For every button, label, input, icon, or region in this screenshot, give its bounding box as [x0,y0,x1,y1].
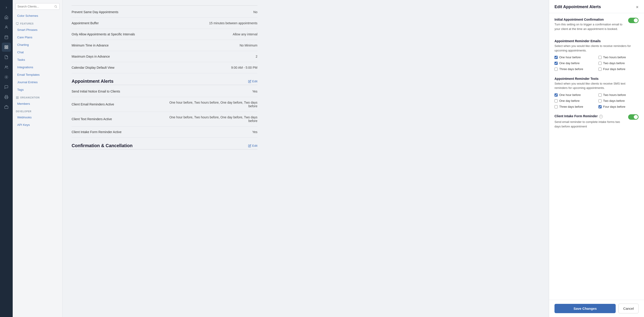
text-one-day-checkbox[interactable] [554,99,558,103]
svg-point-9 [6,66,6,67]
close-button[interactable]: × [636,5,638,9]
text-one-day-before[interactable]: One day before [554,99,595,103]
rail-home-icon[interactable] [2,13,11,22]
rail-tool-icon[interactable] [2,73,11,82]
min-time-label: Minimum Time in Advance [72,44,164,47]
max-days-label: Maximum Days in Advance [72,55,164,58]
rail-printer-icon[interactable] [2,93,11,102]
appointment-alerts-edit-link[interactable]: Edit [248,80,258,83]
specific-intervals-value: Allow any interval [164,33,258,36]
email-four-days-checkbox[interactable] [598,68,602,71]
confirmation-section-title: Confirmation & Cancellation [72,143,132,148]
confirmation-divider [72,149,258,149]
initial-confirmation-slider[interactable]: ON [628,18,638,23]
svg-point-14 [54,6,56,7]
calendar-view-label: Calendar Display Default View [72,66,164,69]
appointment-buffer-value: 15 minutes between appointments [164,21,258,25]
rail-chart-icon[interactable] [2,43,11,52]
rail-document-icon[interactable] [2,53,11,62]
intake-reminder-toggle[interactable]: ON [628,114,638,120]
text-one-hour-before[interactable]: One hour before [554,93,595,97]
rail-chevron-icon[interactable]: › [2,3,11,12]
svg-rect-7 [5,48,6,49]
svg-rect-16 [16,23,18,25]
specific-intervals-label: Only Allow Appointments at Specific Inte… [72,33,164,36]
sidebar-item-email-templates[interactable]: Email Templates [14,71,61,78]
rail-calendar-icon[interactable] [2,33,11,42]
reminder-emails-section: Appointment Reminder Emails Select when … [554,39,638,71]
email-two-hours-checkbox[interactable] [598,56,602,59]
email-two-days-before[interactable]: Two days before [598,61,639,65]
right-panel-header: Edit Appointment Alerts × [549,0,644,13]
email-three-days-before[interactable]: Three days before [554,67,595,71]
text-two-days-checkbox[interactable] [598,99,602,103]
reminder-texts-grid: One hour before Two hours before One day… [554,93,638,109]
email-one-hour-before[interactable]: One hour before [554,55,595,59]
intake-reminder-section: Client Intake Form Reminder ? Send email… [554,114,638,131]
appointment-alerts-header: Appointment Alerts Edit [72,79,258,84]
sidebar-item-chat[interactable]: Chat [14,49,61,56]
email-two-days-checkbox[interactable] [598,62,602,65]
text-one-hour-checkbox[interactable] [554,93,558,97]
sidebar-item-color-schemes[interactable]: Color Schemes [14,12,61,19]
sidebar-item-smart-phrases[interactable]: Smart Phrases [14,26,61,33]
intake-reminder-info-icon[interactable]: ? [599,115,603,118]
text-three-days-before[interactable]: Three days before [554,105,595,109]
sidebar-item-members[interactable]: Members [14,100,61,107]
settings-row-appointment-buffer: Appointment Buffer 15 minutes between ap… [72,18,258,29]
top-divider [72,6,258,6]
text-three-days-checkbox[interactable] [554,105,558,108]
min-time-value: No Minimum [164,44,258,47]
sidebar-item-tags[interactable]: Tags [14,86,61,93]
email-one-hour-checkbox[interactable] [554,56,558,59]
email-one-day-checkbox[interactable] [554,62,558,65]
rail-users-icon[interactable] [2,63,11,72]
sidebar-item-charting[interactable]: Charting [14,41,61,48]
rail-user-icon[interactable] [2,23,11,32]
email-three-days-checkbox[interactable] [554,68,558,71]
text-four-days-checkbox[interactable] [598,105,602,108]
text-two-hours-checkbox[interactable] [598,93,602,97]
settings-row-specific-intervals: Only Allow Appointments at Specific Inte… [72,29,258,40]
search-input[interactable] [16,3,60,10]
send-initial-notice-label: Send Initial Notice Email to Clients [72,90,164,93]
appointment-buffer-label: Appointment Buffer [72,21,164,25]
confirmation-edit-link[interactable]: Edit [248,144,258,147]
cancel-button[interactable]: Cancel [618,304,638,313]
intake-form-reminder-label: Client Intake Form Reminder Active [72,130,164,134]
rail-message-icon[interactable] [2,83,11,92]
sidebar-item-journal-entries[interactable]: Journal Entries [14,79,61,86]
intake-reminder-slider[interactable]: ON [628,114,638,120]
svg-rect-22 [18,98,18,99]
initial-confirmation-toggle[interactable]: ON [628,18,638,23]
sidebar-item-tasks[interactable]: Tasks [14,56,61,63]
main-content: Prevent Same Day Appointments No Appoint… [62,0,549,317]
sidebar-section-features: FEATURES [13,20,62,26]
settings-row-intake-form-reminder: Client Intake Form Reminder Active Yes [72,127,258,138]
text-two-hours-before[interactable]: Two hours before [598,93,639,97]
sidebar: Color Schemes FEATURES Smart Phrases Car… [13,0,62,317]
svg-point-10 [7,66,8,67]
sidebar-item-webhooks[interactable]: Webhooks [14,114,61,121]
rail-briefcase-icon[interactable] [2,103,11,112]
email-one-day-before[interactable]: One day before [554,61,595,65]
max-days-value: 2 [164,55,258,58]
email-two-hours-before[interactable]: Two hours before [598,55,639,59]
save-changes-button[interactable]: Save Changes [554,304,616,313]
prevent-same-day-value: No [164,10,258,14]
settings-row-client-email-reminders: Client Email Reminders Active One hour b… [72,97,258,112]
initial-confirmation-title: Initial Appointment Confirmation [554,18,626,21]
reminder-texts-title: Appointment Reminder Texts [554,77,638,81]
initial-confirmation-desc: Turn this setting on to trigger a confir… [554,22,626,31]
svg-rect-13 [5,106,8,109]
email-four-days-before[interactable]: Four days before [598,67,639,71]
text-four-days-before[interactable]: Four days before [598,105,639,109]
reminder-emails-title: Appointment Reminder Emails [554,39,638,43]
sidebar-item-integrations[interactable]: Integrations [14,64,61,71]
sidebar-item-api-keys[interactable]: API Keys [14,121,61,128]
initial-confirmation-section: Initial Appointment Confirmation Turn th… [554,18,638,34]
icon-rail: › [0,0,13,317]
sidebar-item-care-plans[interactable]: Care Plans [14,34,61,41]
content-body: Prevent Same Day Appointments No Appoint… [62,0,266,155]
text-two-days-before[interactable]: Two days before [598,99,639,103]
